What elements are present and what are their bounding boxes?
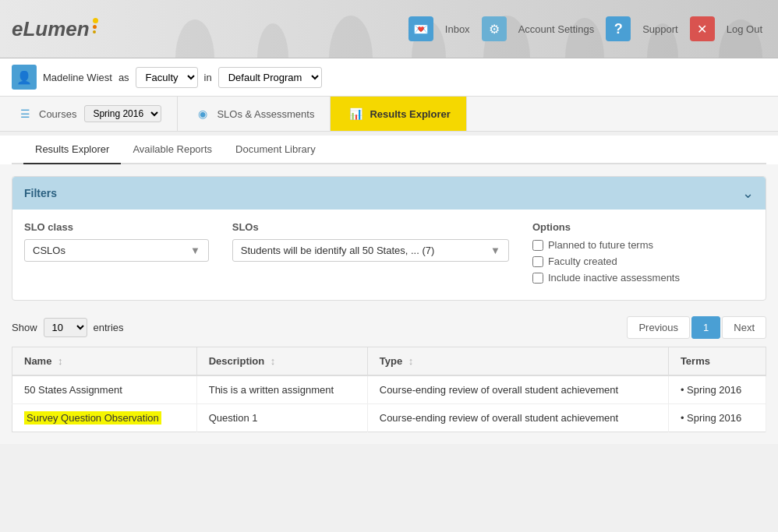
- option-planned: Planned to future terms: [532, 239, 754, 251]
- nav-tabs: ☰ Courses Spring 2016 ◉ SLOs & Assessmen…: [0, 97, 778, 132]
- tab-courses[interactable]: ☰ Courses Spring 2016: [0, 97, 178, 131]
- header: eLumen 💌 Inbox ⚙ Account Settings ? Supp…: [0, 0, 778, 58]
- main-content: Filters ⌄ SLO class CSLOs ▼ SLOs Student…: [0, 164, 778, 444]
- term-item: Spring 2016: [681, 412, 754, 424]
- col-type: Type ↕: [367, 347, 668, 376]
- logout-icon[interactable]: ✕: [690, 16, 715, 41]
- type-sort-icon[interactable]: ↕: [408, 355, 414, 367]
- avatar: 👤: [12, 65, 37, 90]
- pagination: Previous 1 Next: [627, 316, 766, 339]
- slo-class-select-wrapper[interactable]: CSLOs ▼: [24, 239, 209, 262]
- prev-button[interactable]: Previous: [627, 316, 690, 339]
- cell-terms: Spring 2016: [668, 404, 766, 432]
- entries-select[interactable]: 10 25 50 100: [44, 318, 87, 337]
- options-label: Options: [532, 221, 754, 233]
- entries-label: entries: [94, 322, 124, 333]
- options-group: Options Planned to future terms Faculty …: [532, 221, 754, 288]
- filters-header: Filters ⌄: [12, 177, 766, 210]
- in-text: in: [204, 72, 212, 83]
- tab-results[interactable]: 📊 Results Explorer: [331, 97, 466, 131]
- logo-dot-2: [93, 25, 97, 29]
- data-table: Name ↕ Description ↕ Type ↕ Terms 50 Sta…: [12, 347, 766, 432]
- user-name: Madeline Wiest: [43, 72, 112, 83]
- slo-class-label: SLO class: [24, 221, 209, 233]
- page-1-button[interactable]: 1: [691, 316, 720, 339]
- table-row: 50 States AssignmentThis is a written as…: [12, 375, 766, 404]
- filters-panel: Filters ⌄ SLO class CSLOs ▼ SLOs Student…: [12, 176, 766, 301]
- slo-class-filter: SLO class CSLOs ▼: [24, 221, 209, 262]
- inactive-label: Include inactive assessments: [548, 272, 680, 284]
- slos-label: SLOs: [232, 221, 509, 233]
- table-row: Survey Question ObservationQuestion 1Cou…: [12, 404, 766, 432]
- courses-icon: ☰: [16, 104, 34, 123]
- inbox-icon[interactable]: 💌: [408, 16, 433, 41]
- svg-point-0: [175, 19, 214, 58]
- semester-select[interactable]: Spring 2016: [84, 105, 161, 122]
- results-tab-label: Results Explorer: [370, 108, 450, 120]
- filters-body: SLO class CSLOs ▼ SLOs Students will be …: [12, 210, 766, 300]
- col-terms: Terms: [668, 347, 766, 376]
- svg-point-1: [257, 23, 288, 58]
- row-name[interactable]: 50 States Assignment: [24, 384, 122, 396]
- support-button[interactable]: Support: [635, 19, 686, 40]
- cell-name: 50 States Assignment: [12, 375, 197, 404]
- col-name: Name ↕: [12, 347, 197, 376]
- settings-icon[interactable]: ⚙: [482, 16, 507, 41]
- sub-tab-results-explorer[interactable]: Results Explorer: [23, 136, 121, 164]
- show-label: Show: [12, 322, 37, 333]
- name-sort-icon[interactable]: ↕: [58, 355, 63, 367]
- cell-type: Course-ending review of overall student …: [367, 375, 668, 404]
- filters-title: Filters: [24, 187, 57, 199]
- cell-terms: Spring 2016: [668, 375, 766, 404]
- sub-tab-available-reports[interactable]: Available Reports: [121, 136, 224, 164]
- program-select[interactable]: Default Program: [218, 67, 322, 88]
- support-icon[interactable]: ?: [606, 16, 631, 41]
- inbox-button[interactable]: Inbox: [437, 19, 478, 40]
- term-item: Spring 2016: [681, 384, 754, 396]
- option-inactive: Include inactive assessments: [532, 272, 754, 284]
- slo-class-dropdown-icon: ▼: [190, 245, 200, 256]
- slo-class-value: CSLOs: [33, 245, 65, 256]
- user-bar: 👤 Madeline Wiest as Faculty in Default P…: [0, 58, 778, 97]
- as-text: as: [118, 72, 129, 83]
- slos-select-wrapper[interactable]: Students will be identify all 50 States,…: [232, 239, 509, 262]
- courses-tab-label: Courses: [39, 108, 76, 120]
- logo-dot-1: [93, 18, 98, 23]
- show-entries: Show 10 25 50 100 entries: [12, 318, 124, 337]
- cell-description: Question 1: [196, 404, 367, 432]
- inactive-checkbox[interactable]: [532, 273, 543, 284]
- sub-tabs: Results Explorer Available Reports Docum…: [12, 136, 766, 164]
- role-select[interactable]: Faculty: [136, 67, 198, 88]
- slos-value: Students will be identify all 50 States,…: [241, 245, 435, 256]
- settings-button[interactable]: Account Settings: [511, 19, 603, 40]
- description-sort-icon[interactable]: ↕: [271, 355, 276, 367]
- cell-name: Survey Question Observation: [12, 404, 197, 432]
- logout-button[interactable]: Log Out: [719, 19, 770, 40]
- cell-type: Course-ending review of overall student …: [367, 404, 668, 432]
- logo-text: eLumen: [12, 17, 90, 41]
- col-description: Description ↕: [196, 347, 367, 376]
- next-button[interactable]: Next: [722, 316, 766, 339]
- planned-label: Planned to future terms: [548, 239, 653, 251]
- cell-description: This is a written assignment: [196, 375, 367, 404]
- header-actions: 💌 Inbox ⚙ Account Settings ? Support ✕ L…: [408, 16, 770, 41]
- slos-tab-label: SLOs & Assessments: [217, 108, 314, 120]
- slos-filter: SLOs Students will be identify all 50 St…: [232, 221, 509, 262]
- planned-checkbox[interactable]: [532, 240, 543, 251]
- logo: eLumen: [12, 17, 98, 41]
- slos-dropdown-icon: ▼: [490, 245, 500, 256]
- row-name[interactable]: Survey Question Observation: [24, 411, 161, 425]
- results-icon: 📊: [346, 104, 365, 123]
- svg-point-2: [329, 16, 373, 58]
- table-controls: Show 10 25 50 100 entries Previous 1 Nex…: [12, 316, 766, 339]
- faculty-created-checkbox[interactable]: [532, 256, 543, 267]
- sub-tabs-container: Results Explorer Available Reports Docum…: [0, 136, 778, 164]
- logo-dots: [93, 18, 98, 33]
- logo-dot-3: [93, 30, 96, 33]
- tab-slos[interactable]: ◉ SLOs & Assessments: [178, 97, 331, 131]
- filters-chevron-icon[interactable]: ⌄: [742, 185, 754, 202]
- slos-icon: ◉: [193, 104, 212, 123]
- sub-tab-document-library[interactable]: Document Library: [224, 136, 327, 164]
- table-header-row: Name ↕ Description ↕ Type ↕ Terms: [12, 347, 766, 376]
- faculty-created-label: Faculty created: [548, 255, 617, 267]
